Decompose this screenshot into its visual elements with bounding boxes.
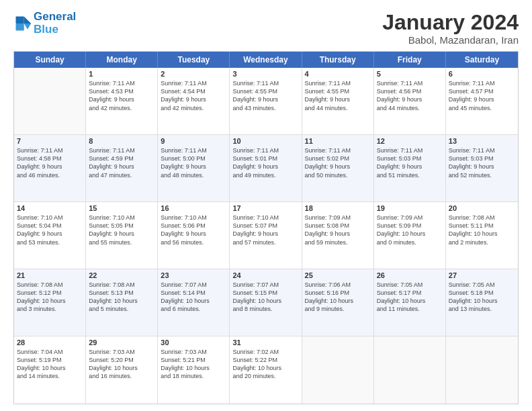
day-number: 27 [449,271,515,279]
day-number: 2 [161,70,226,78]
cal-day-6: 6Sunrise: 7:11 AMSunset: 4:57 PMDaylight… [446,68,518,134]
day-info: Sunrise: 7:04 AMSunset: 5:19 PMDaylight:… [17,348,83,381]
day-number: 16 [161,204,226,212]
day-number: 8 [89,137,154,145]
day-number: 17 [232,204,298,212]
calendar-subtitle: Babol, Mazandaran, Iran [382,34,519,46]
col-header-sunday: Sunday [14,52,86,68]
cal-day-13: 13Sunrise: 7:11 AMSunset: 5:03 PMDayligh… [446,135,518,201]
day-number: 1 [89,70,154,78]
day-info: Sunrise: 7:08 AMSunset: 5:12 PMDaylight:… [17,281,83,314]
cal-day-24: 24Sunrise: 7:07 AMSunset: 5:15 PMDayligh… [230,269,302,336]
day-number: 22 [89,271,154,279]
day-number: 13 [449,137,515,145]
day-number: 23 [161,271,226,279]
day-info: Sunrise: 7:08 AMSunset: 5:11 PMDaylight:… [449,214,515,246]
day-info: Sunrise: 7:05 AMSunset: 5:17 PMDaylight:… [377,281,443,314]
day-number: 20 [449,204,515,212]
day-info: Sunrise: 7:10 AMSunset: 5:05 PMDaylight:… [89,214,154,246]
cal-day-9: 9Sunrise: 7:11 AMSunset: 5:00 PMDaylight… [158,135,230,201]
day-info: Sunrise: 7:10 AMSunset: 5:07 PMDaylight:… [232,214,298,246]
logo: General Blue [13,11,76,36]
cal-day-22: 22Sunrise: 7:08 AMSunset: 5:13 PMDayligh… [86,269,158,336]
day-number: 15 [89,204,154,212]
day-info: Sunrise: 7:07 AMSunset: 5:15 PMDaylight:… [232,281,298,314]
cal-day-31: 31Sunrise: 7:02 AMSunset: 5:22 PMDayligh… [230,336,302,404]
cal-day-5: 5Sunrise: 7:11 AMSunset: 4:56 PMDaylight… [374,68,446,134]
week-row-2: 7Sunrise: 7:11 AMSunset: 4:58 PMDaylight… [14,135,518,202]
calendar-title: January 2024 [382,11,519,34]
day-info: Sunrise: 7:11 AMSunset: 5:00 PMDaylight:… [161,146,226,179]
day-info: Sunrise: 7:11 AMSunset: 5:01 PMDaylight:… [232,146,298,179]
col-header-monday: Monday [86,52,158,68]
day-number: 7 [17,137,83,145]
day-number: 29 [89,338,154,347]
week-row-5: 28Sunrise: 7:04 AMSunset: 5:19 PMDayligh… [14,336,518,404]
day-number: 12 [377,137,443,145]
logo-text-general: General [34,11,76,24]
cal-day-28: 28Sunrise: 7:04 AMSunset: 5:19 PMDayligh… [14,336,86,404]
week-row-3: 14Sunrise: 7:10 AMSunset: 5:04 PMDayligh… [14,202,518,269]
day-number: 31 [232,338,298,347]
cal-day-17: 17Sunrise: 7:10 AMSunset: 5:07 PMDayligh… [230,202,302,269]
week-row-4: 21Sunrise: 7:08 AMSunset: 5:12 PMDayligh… [14,269,518,336]
title-block: January 2024 Babol, Mazandaran, Iran [382,11,519,46]
calendar-header: SundayMondayTuesdayWednesdayThursdayFrid… [14,52,518,68]
cal-day-2: 2Sunrise: 7:11 AMSunset: 4:54 PMDaylight… [158,68,230,134]
day-number: 10 [232,137,298,145]
day-info: Sunrise: 7:10 AMSunset: 5:06 PMDaylight:… [161,214,226,246]
calendar: SundayMondayTuesdayWednesdayThursdayFrid… [13,51,519,404]
day-info: Sunrise: 7:11 AMSunset: 4:55 PMDaylight:… [232,79,298,112]
cal-day-30: 30Sunrise: 7:03 AMSunset: 5:21 PMDayligh… [158,336,230,404]
cal-day-16: 16Sunrise: 7:10 AMSunset: 5:06 PMDayligh… [158,202,230,269]
day-info: Sunrise: 7:07 AMSunset: 5:14 PMDaylight:… [161,281,226,314]
cal-day-3: 3Sunrise: 7:11 AMSunset: 4:55 PMDaylight… [230,68,302,134]
day-info: Sunrise: 7:05 AMSunset: 5:18 PMDaylight:… [449,281,515,314]
day-info: Sunrise: 7:11 AMSunset: 5:03 PMDaylight:… [377,146,443,179]
day-number: 5 [377,70,443,78]
logo-icon [13,14,32,33]
day-number: 24 [232,271,298,279]
cal-day-19: 19Sunrise: 7:09 AMSunset: 5:09 PMDayligh… [374,202,446,269]
svg-marker-1 [24,24,32,30]
svg-rect-2 [16,16,24,24]
day-number: 28 [17,338,83,347]
col-header-tuesday: Tuesday [158,52,230,68]
cal-day-11: 11Sunrise: 7:11 AMSunset: 5:02 PMDayligh… [302,135,374,201]
page-header: General Blue January 2024 Babol, Mazanda… [13,11,519,46]
calendar-body: 1Sunrise: 7:11 AMSunset: 4:53 PMDaylight… [14,68,518,404]
day-number: 26 [377,271,443,279]
day-info: Sunrise: 7:09 AMSunset: 5:08 PMDaylight:… [305,214,371,246]
day-info: Sunrise: 7:11 AMSunset: 4:54 PMDaylight:… [161,79,226,112]
day-number: 21 [17,271,83,279]
day-info: Sunrise: 7:10 AMSunset: 5:04 PMDaylight:… [17,214,83,246]
cal-day-27: 27Sunrise: 7:05 AMSunset: 5:18 PMDayligh… [446,269,518,336]
cal-day-18: 18Sunrise: 7:09 AMSunset: 5:08 PMDayligh… [302,202,374,269]
cal-day-empty-5 [374,336,446,404]
col-header-saturday: Saturday [446,52,518,68]
cal-day-12: 12Sunrise: 7:11 AMSunset: 5:03 PMDayligh… [374,135,446,201]
cal-day-21: 21Sunrise: 7:08 AMSunset: 5:12 PMDayligh… [14,269,86,336]
day-info: Sunrise: 7:11 AMSunset: 4:57 PMDaylight:… [449,79,515,112]
day-number: 14 [17,204,83,212]
cal-day-10: 10Sunrise: 7:11 AMSunset: 5:01 PMDayligh… [230,135,302,201]
day-info: Sunrise: 7:11 AMSunset: 4:53 PMDaylight:… [89,79,154,112]
day-number: 30 [161,338,226,347]
day-number: 6 [449,70,515,78]
cal-day-20: 20Sunrise: 7:08 AMSunset: 5:11 PMDayligh… [446,202,518,269]
cal-day-4: 4Sunrise: 7:11 AMSunset: 4:55 PMDaylight… [302,68,374,134]
day-info: Sunrise: 7:03 AMSunset: 5:20 PMDaylight:… [89,348,154,381]
col-header-wednesday: Wednesday [230,52,302,68]
cal-day-empty-6 [446,336,518,404]
cal-day-14: 14Sunrise: 7:10 AMSunset: 5:04 PMDayligh… [14,202,86,269]
day-info: Sunrise: 7:11 AMSunset: 4:55 PMDaylight:… [305,79,371,112]
day-info: Sunrise: 7:06 AMSunset: 5:16 PMDaylight:… [305,281,371,314]
cal-day-23: 23Sunrise: 7:07 AMSunset: 5:14 PMDayligh… [158,269,230,336]
day-info: Sunrise: 7:03 AMSunset: 5:21 PMDaylight:… [161,348,226,381]
day-info: Sunrise: 7:11 AMSunset: 5:02 PMDaylight:… [305,146,371,179]
svg-marker-0 [24,16,32,24]
cal-day-26: 26Sunrise: 7:05 AMSunset: 5:17 PMDayligh… [374,269,446,336]
cal-day-7: 7Sunrise: 7:11 AMSunset: 4:58 PMDaylight… [14,135,86,201]
col-header-thursday: Thursday [302,52,374,68]
cal-day-15: 15Sunrise: 7:10 AMSunset: 5:05 PMDayligh… [86,202,158,269]
